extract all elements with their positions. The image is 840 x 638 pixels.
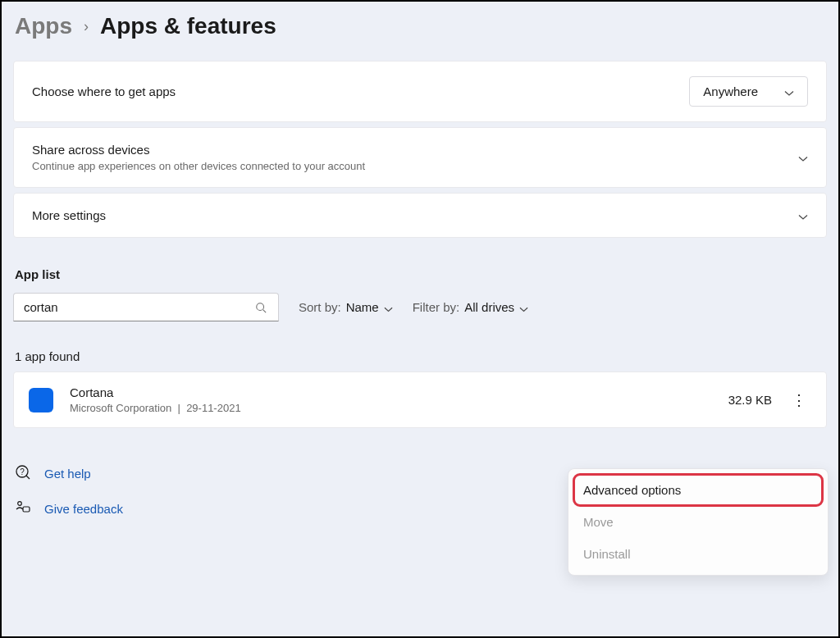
choose-apps-dropdown[interactable]: Anywhere <box>689 76 808 107</box>
sort-label: Sort by: <box>299 300 341 314</box>
chevron-down-icon <box>784 87 794 97</box>
share-devices-card[interactable]: Share across devices Continue app experi… <box>13 127 827 188</box>
app-sub: Microsoft Corporation | 29-11-2021 <box>70 402 728 414</box>
filter-value: All drives <box>464 300 514 314</box>
filter-label: Filter by: <box>413 300 460 314</box>
app-list-heading: App list <box>15 267 827 281</box>
chevron-down-icon <box>798 153 808 162</box>
chevron-down-icon <box>798 211 808 221</box>
search-box[interactable] <box>13 293 279 321</box>
menu-item-move: Move <box>573 506 823 538</box>
breadcrumb: Apps › Apps & features <box>13 13 827 39</box>
menu-item-advanced-options[interactable]: Advanced options <box>573 474 823 506</box>
app-icon <box>29 388 53 412</box>
svg-point-5 <box>18 502 22 506</box>
help-icon: ? <box>15 464 31 483</box>
app-size: 32.9 KB <box>728 393 772 407</box>
svg-rect-6 <box>23 507 30 512</box>
menu-item-uninstall: Uninstall <box>573 538 823 570</box>
context-menu: Advanced options Move Uninstall <box>568 468 829 576</box>
app-date: 29-11-2021 <box>186 402 241 414</box>
svg-line-4 <box>26 476 30 479</box>
more-options-button[interactable]: ⋮ <box>790 388 808 412</box>
share-devices-subtitle: Continue app experiences on other device… <box>32 160 365 172</box>
svg-line-1 <box>263 309 267 312</box>
choose-apps-value: Anywhere <box>703 84 758 98</box>
app-row[interactable]: Cortana Microsoft Corporation | 29-11-20… <box>13 371 827 428</box>
app-name: Cortana <box>70 385 728 399</box>
more-vertical-icon: ⋮ <box>792 391 806 409</box>
feedback-icon <box>15 499 31 518</box>
sort-by-button[interactable]: Sort by: Name <box>299 300 393 314</box>
chevron-down-icon <box>384 303 393 312</box>
app-publisher: Microsoft Corporation <box>70 402 171 414</box>
chevron-right-icon: › <box>84 18 89 35</box>
get-help-label: Get help <box>44 467 91 481</box>
chevron-down-icon <box>519 303 528 312</box>
app-count: 1 app found <box>15 349 827 363</box>
more-settings-card[interactable]: More settings <box>13 193 827 238</box>
svg-point-0 <box>257 303 264 310</box>
more-settings-title: More settings <box>32 208 106 222</box>
search-input[interactable] <box>24 300 255 314</box>
share-devices-title: Share across devices <box>32 143 365 157</box>
filter-by-button[interactable]: Filter by: All drives <box>413 300 528 314</box>
filter-row: Sort by: Name Filter by: All drives <box>13 293 827 321</box>
choose-apps-label: Choose where to get apps <box>32 84 176 98</box>
search-icon <box>255 302 267 313</box>
page-title: Apps & features <box>100 13 276 39</box>
choose-apps-card: Choose where to get apps Anywhere <box>13 61 827 122</box>
feedback-label: Give feedback <box>44 502 123 516</box>
svg-text:?: ? <box>20 467 25 476</box>
sort-value: Name <box>346 300 379 314</box>
breadcrumb-parent[interactable]: Apps <box>15 13 72 39</box>
